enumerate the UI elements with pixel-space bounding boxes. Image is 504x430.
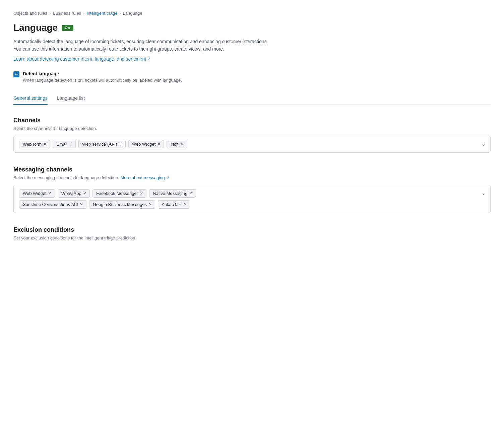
checkbox-label: Detect language <box>23 71 182 76</box>
tabs-row: General settings Language list <box>13 92 491 105</box>
channels-section-desc: Select the channels for language detecti… <box>13 126 491 131</box>
tag-email: Email × <box>53 140 76 148</box>
messaging-tags-container: Web Widget × WhatsApp × Facebook Messeng… <box>13 185 491 213</box>
tag-text: Text × <box>167 140 187 148</box>
checkbox-sublabel: When language detection is on, tickets w… <box>23 78 182 83</box>
tag-remove-native-messaging[interactable]: × <box>189 191 192 196</box>
messaging-section-desc: Select the messaging channels for langua… <box>13 175 491 180</box>
checkbox-text: Detect language When language detection … <box>23 71 182 83</box>
breadcrumb-sep-1: › <box>49 11 51 16</box>
breadcrumb-item-1: Objects and rules <box>13 11 47 16</box>
messaging-chevron-icon[interactable]: ⌄ <box>481 190 486 196</box>
tag-web-widget: Web Widget × <box>128 140 164 148</box>
tab-general-settings[interactable]: General settings <box>13 92 48 105</box>
channels-section-title: Channels <box>13 117 491 124</box>
page-description: Automatically detect the language of inc… <box>13 38 275 53</box>
tag-remove-web-service-api[interactable]: × <box>119 142 122 146</box>
tag-remove-google-business[interactable]: × <box>149 202 151 207</box>
checkbox-row: ✓ Detect language When language detectio… <box>13 71 491 83</box>
learn-link[interactable]: Learn about detecting customer intent, l… <box>13 56 150 62</box>
exclusion-title: Exclusion conditions <box>13 226 491 233</box>
breadcrumb-sep-2: › <box>83 11 84 16</box>
tag-google-business: Google Business Messages × <box>89 200 155 209</box>
breadcrumb-item-4: Language <box>123 11 142 16</box>
tag-native-messaging: Native Messaging × <box>149 189 196 198</box>
messaging-channels-section: Messaging channels Select the messaging … <box>13 166 491 213</box>
tag-facebook-messenger: Facebook Messenger × <box>92 189 146 198</box>
channels-section: Channels Select the channels for languag… <box>13 117 491 153</box>
tag-whatsapp: WhatsApp × <box>58 189 90 198</box>
page-title-row: Language On <box>13 22 491 33</box>
learn-link-text: Learn about detecting customer intent, l… <box>13 56 146 62</box>
tag-remove-web-form[interactable]: × <box>44 142 46 146</box>
exclusion-conditions-section: Exclusion conditions Set your exclusion … <box>13 226 491 240</box>
messaging-external-icon: ↗ <box>166 175 170 180</box>
tag-remove-email[interactable]: × <box>69 142 72 146</box>
tag-msg-web-widget: Web Widget × <box>19 189 55 198</box>
page-title: Language <box>13 22 58 33</box>
breadcrumb-item-3[interactable]: Intelligent triage <box>86 11 117 16</box>
tag-remove-msg-web-widget[interactable]: × <box>49 191 51 196</box>
tag-remove-kakaotalk[interactable]: × <box>184 202 186 207</box>
channels-chevron-icon[interactable]: ⌄ <box>481 141 486 147</box>
channels-tags-container: Web form × Email × Web service (API) × W… <box>13 136 491 153</box>
messaging-section-title: Messaging channels <box>13 166 491 173</box>
checkmark-icon: ✓ <box>15 72 18 77</box>
tag-remove-whatsapp[interactable]: × <box>83 191 86 196</box>
detect-language-section: ✓ Detect language When language detectio… <box>13 71 491 83</box>
tag-remove-facebook-messenger[interactable]: × <box>140 191 143 196</box>
exclusion-desc: Set your exclusion conditions for the in… <box>13 235 491 240</box>
tag-sunshine-conversations: Sunshine Conversations API × <box>19 200 86 209</box>
tag-web-service-api: Web service (API) × <box>78 140 126 148</box>
tag-remove-sunshine[interactable]: × <box>80 202 83 207</box>
detect-language-checkbox[interactable]: ✓ <box>13 71 19 77</box>
tag-remove-web-widget[interactable]: × <box>158 142 160 146</box>
tag-remove-text[interactable]: × <box>180 142 183 146</box>
breadcrumb-item-2: Business rules <box>53 11 81 16</box>
status-badge: On <box>62 25 73 31</box>
external-link-icon: ↗ <box>147 57 150 61</box>
breadcrumb: Objects and rules › Business rules › Int… <box>13 11 491 16</box>
breadcrumb-sep-3: › <box>119 11 121 16</box>
tab-language-list[interactable]: Language list <box>57 92 85 105</box>
more-about-messaging-link[interactable]: More about messaging ↗ <box>120 175 170 180</box>
messaging-tags-row2: Sunshine Conversations API × Google Busi… <box>19 200 485 209</box>
tag-kakaotalk: KakaoTalk × <box>158 200 190 209</box>
tag-web-form: Web form × <box>19 140 50 148</box>
